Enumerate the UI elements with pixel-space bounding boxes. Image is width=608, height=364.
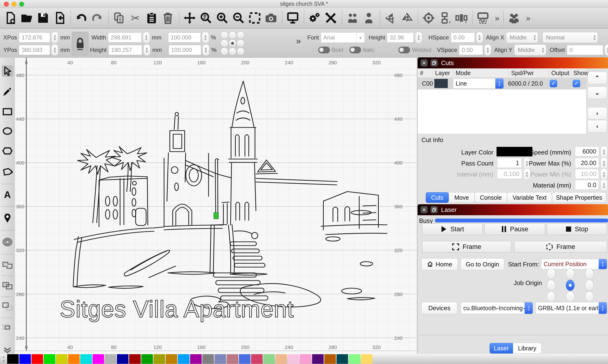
layer-show-checkbox[interactable]: ✓	[573, 80, 580, 87]
palette-swatch[interactable]	[324, 354, 336, 364]
float-panel-icon[interactable]	[430, 59, 438, 66]
job-origin-middle-right[interactable]	[585, 280, 594, 291]
toolbar-overflow-chevron[interactable]: »	[495, 13, 499, 23]
zoom-to-page-button[interactable]	[199, 11, 213, 25]
workspace-canvas[interactable]: 0040408080120120160160200200240240280280…	[15, 57, 417, 354]
anchor-top-left[interactable]	[220, 31, 228, 39]
tab-laser[interactable]: Laser	[490, 343, 513, 353]
palette-swatch[interactable]	[275, 354, 287, 364]
palette-swatch[interactable]	[166, 354, 177, 364]
palette-swatch[interactable]	[44, 354, 55, 364]
power-min-stepper[interactable]: ∧∨	[600, 168, 608, 180]
speed-stepper[interactable]: ∧∨	[600, 146, 608, 158]
palette-swatch[interactable]	[92, 354, 104, 364]
float-panel-icon[interactable]	[430, 206, 438, 213]
draw-lines-tool[interactable]	[2, 86, 13, 98]
move-layer-up-button[interactable]: ⌃	[587, 72, 607, 84]
paste-button[interactable]	[145, 11, 158, 25]
height-stepper[interactable]: ∧∨	[143, 44, 150, 56]
delete-trash-button[interactable]	[161, 11, 175, 25]
anchor-middle-center[interactable]	[229, 39, 236, 47]
tab-library[interactable]: Library	[513, 343, 541, 353]
anchor-top-center[interactable]	[229, 31, 236, 39]
settings-gears-button[interactable]	[308, 11, 321, 25]
palette-swatch[interactable]	[105, 354, 116, 364]
frame-selection-button[interactable]	[248, 11, 261, 25]
bold-toggle[interactable]	[318, 47, 330, 53]
mirror-horizontal-button[interactable]	[400, 11, 414, 25]
devices-button[interactable]: Devices	[421, 302, 457, 314]
polygon-tool[interactable]	[2, 145, 13, 157]
props-overflow-chevron[interactable]: »	[296, 36, 301, 46]
save-button[interactable]	[36, 11, 50, 25]
font-combo[interactable]: Arial∨	[321, 32, 365, 43]
width-percent-field[interactable]: 100.000	[168, 33, 201, 43]
boolean-union-tool[interactable]	[2, 280, 13, 291]
width-stepper[interactable]: ∧∨	[143, 32, 150, 43]
height-percent-stepper[interactable]: ∧∨	[202, 44, 209, 56]
close-icon[interactable]: ✕	[420, 206, 428, 213]
width-field[interactable]: 298.691	[108, 33, 142, 43]
offset-shapes-tool[interactable]	[2, 236, 13, 248]
start-button[interactable]: Start	[422, 223, 483, 235]
width-percent-stepper[interactable]: ∧∨	[202, 32, 209, 43]
font-height-field[interactable]: 32.96	[387, 33, 414, 43]
goto-origin-button[interactable]: Go to Origin	[461, 258, 504, 270]
ungroup-button[interactable]	[362, 11, 375, 25]
job-origin-top-left[interactable]	[547, 268, 555, 279]
palette-swatch[interactable]	[154, 354, 165, 364]
select-tool[interactable]	[2, 65, 13, 77]
hspace-stepper[interactable]: ∧∨	[476, 32, 483, 43]
stop-button[interactable]: Stop	[547, 223, 607, 235]
boolean-subtract-tool[interactable]	[2, 301, 13, 312]
anchor-middle-right[interactable]	[237, 39, 245, 47]
palette-swatch[interactable]	[190, 354, 202, 364]
job-origin-top-center[interactable]	[566, 268, 574, 279]
camera-capture-button[interactable]	[264, 11, 278, 25]
power-min-field[interactable]: 10.00	[575, 169, 599, 179]
group-button[interactable]	[346, 11, 359, 25]
rectangle-tool[interactable]	[2, 106, 13, 117]
palette-swatch[interactable]	[251, 354, 263, 364]
device-select[interactable]: GRBL-M3 (1.1e or earlie∧∨	[535, 302, 607, 314]
laser-dock-header[interactable]: ✕ Laser	[418, 204, 608, 215]
align-shapes-button[interactable]	[438, 11, 452, 25]
boolean-intersect-tool[interactable]	[2, 321, 13, 333]
move-layer-down-button[interactable]: ⌄	[587, 87, 607, 99]
start-from-select[interactable]: Current Position∧∨	[541, 259, 607, 269]
preview-window-button[interactable]	[286, 11, 299, 25]
power-max-stepper[interactable]: ∧∨	[600, 157, 608, 169]
palette-swatch[interactable]	[141, 354, 153, 364]
power-max-field[interactable]: 20.00	[575, 158, 599, 168]
new-file-button[interactable]	[4, 11, 17, 25]
laser-position-marker[interactable]	[214, 213, 218, 219]
palette-swatch[interactable]	[32, 354, 43, 364]
ypos-field[interactable]: 380.593	[19, 45, 50, 55]
import-button[interactable]	[53, 11, 66, 25]
xpos-field[interactable]: 172.876	[19, 33, 50, 43]
lock-aspect-button[interactable]	[72, 32, 89, 55]
palette-swatch[interactable]	[300, 354, 311, 364]
undo-button[interactable]	[74, 11, 88, 25]
anchor-top-right[interactable]	[237, 31, 245, 39]
italic-toggle[interactable]	[349, 47, 361, 53]
home-button[interactable]: Home	[421, 258, 458, 270]
frame-round-button[interactable]: Frame	[514, 241, 607, 253]
edit-nodes-tool[interactable]	[2, 166, 13, 178]
anchor-bottom-left[interactable]	[220, 48, 228, 55]
vspace-stepper[interactable]: ∧∨	[484, 44, 491, 56]
copy-button[interactable]	[112, 11, 126, 25]
position-laser-tool[interactable]	[2, 212, 13, 224]
device-tools-button[interactable]	[324, 11, 337, 25]
port-select[interactable]: cu.Bluetooth-Incoming-∧∨	[461, 302, 533, 314]
open-file-button[interactable]	[20, 11, 34, 25]
text-tool[interactable]: A	[2, 189, 13, 200]
tab-shape-properties[interactable]: Shape Properties	[552, 192, 606, 203]
palette-swatch[interactable]	[129, 354, 141, 364]
offset-stepper[interactable]: ∧∨	[604, 44, 608, 56]
arrange-group-button[interactable]	[507, 11, 521, 25]
cuts-dock-header[interactable]: ✕ Cuts	[418, 57, 608, 68]
tab-cuts[interactable]: Cuts	[426, 192, 449, 203]
assign-layer-right-button[interactable]: ›	[587, 107, 607, 120]
height-field[interactable]: 190.257	[109, 45, 142, 55]
